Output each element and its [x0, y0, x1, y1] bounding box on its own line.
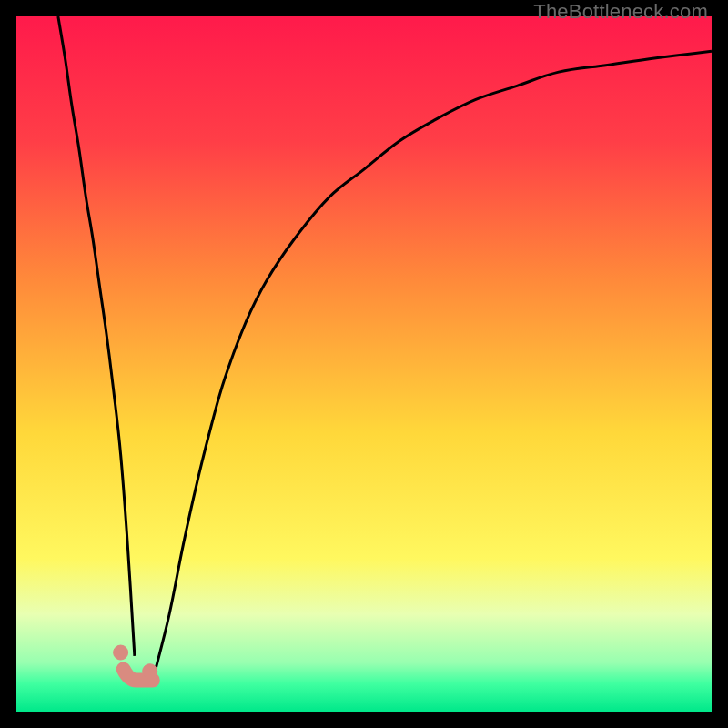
gradient-background — [16, 16, 712, 712]
marker-dot-a — [114, 645, 128, 660]
chart-surface — [16, 16, 712, 712]
chart-frame — [16, 16, 712, 712]
watermark-text: TheBottleneck.com — [533, 0, 708, 24]
marker-dot-b — [143, 664, 157, 679]
